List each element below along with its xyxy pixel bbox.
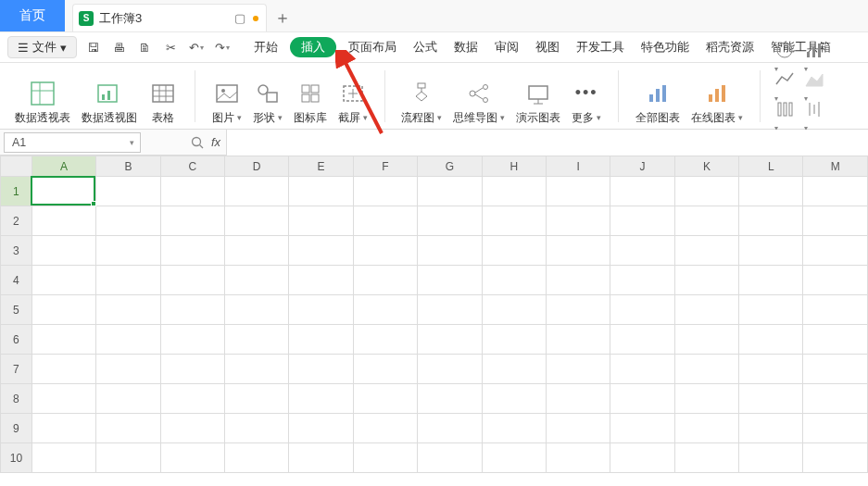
menu-item-开始[interactable]: 开始	[245, 31, 286, 63]
row-header-8[interactable]: 8	[1, 384, 32, 414]
menu-item-视图[interactable]: 视图	[527, 31, 568, 63]
cell-H7[interactable]	[482, 355, 546, 384]
cell-L5[interactable]	[739, 295, 803, 325]
tab-maximize-icon[interactable]: ▢	[234, 13, 245, 24]
select-all-corner[interactable]	[1, 156, 32, 177]
cell-J10[interactable]	[610, 443, 674, 473]
col-header-A[interactable]: A	[31, 156, 95, 177]
cell-J6[interactable]	[610, 325, 674, 355]
cell-J5[interactable]	[610, 295, 674, 325]
cell-M9[interactable]	[803, 414, 868, 443]
document-tab[interactable]: S 工作簿3 ▢	[72, 4, 267, 31]
cell-K5[interactable]	[674, 295, 738, 325]
cell-D8[interactable]	[224, 384, 288, 414]
cell-K4[interactable]	[674, 266, 738, 295]
cell-I3[interactable]	[546, 236, 610, 266]
spreadsheet-grid[interactable]: ABCDEFGHIJKLM12345678910	[0, 156, 868, 486]
add-tab-button[interactable]: ＋	[267, 4, 298, 31]
cell-K3[interactable]	[674, 236, 738, 266]
row-header-10[interactable]: 10	[1, 443, 32, 473]
preview-icon[interactable]: 🗎	[136, 39, 153, 56]
cell-F9[interactable]	[353, 414, 417, 443]
cell-M6[interactable]	[803, 325, 868, 355]
cell-M1[interactable]	[803, 177, 868, 206]
cell-E10[interactable]	[289, 443, 353, 473]
cell-I5[interactable]	[546, 295, 610, 325]
cell-G3[interactable]	[418, 236, 482, 266]
table-button[interactable]: 表格	[146, 79, 180, 126]
cell-J4[interactable]	[610, 266, 674, 295]
cell-C8[interactable]	[160, 384, 224, 414]
file-menu-button[interactable]: ☰ 文件 ▾	[7, 36, 77, 58]
col-header-J[interactable]: J	[610, 156, 674, 177]
col-header-E[interactable]: E	[289, 156, 353, 177]
cell-K6[interactable]	[674, 325, 738, 355]
cell-G9[interactable]	[418, 414, 482, 443]
cell-L8[interactable]	[739, 384, 803, 414]
cell-H10[interactable]	[482, 443, 546, 473]
menu-item-特色功能[interactable]: 特色功能	[633, 31, 698, 63]
cell-L10[interactable]	[739, 443, 803, 473]
cell-G4[interactable]	[418, 266, 482, 295]
cell-J2[interactable]	[610, 206, 674, 236]
cell-E3[interactable]	[289, 236, 353, 266]
cell-D3[interactable]	[224, 236, 288, 266]
cell-M2[interactable]	[803, 206, 868, 236]
cell-D2[interactable]	[224, 206, 288, 236]
col-header-D[interactable]: D	[224, 156, 288, 177]
cell-M10[interactable]	[803, 443, 868, 473]
pivot-table-button[interactable]: 数据透视表	[13, 79, 72, 126]
cell-I4[interactable]	[546, 266, 610, 295]
pivot-chart-button[interactable]: 数据透视图	[80, 79, 139, 126]
cell-D5[interactable]	[224, 295, 288, 325]
cell-J1[interactable]	[610, 177, 674, 206]
mindmap-button[interactable]: 思维导图	[451, 79, 507, 126]
cell-I7[interactable]	[546, 355, 610, 384]
cell-F6[interactable]	[353, 325, 417, 355]
more-button[interactable]: ••• 更多	[570, 79, 603, 126]
cell-I9[interactable]	[546, 414, 610, 443]
cell-H8[interactable]	[482, 384, 546, 414]
cell-B10[interactable]	[96, 443, 160, 473]
cell-B2[interactable]	[96, 206, 160, 236]
cell-B3[interactable]	[96, 236, 160, 266]
cell-L1[interactable]	[739, 177, 803, 206]
row-header-6[interactable]: 6	[1, 325, 32, 355]
cell-L7[interactable]	[739, 355, 803, 384]
cell-A7[interactable]	[31, 355, 95, 384]
col-header-H[interactable]: H	[482, 156, 546, 177]
col-header-M[interactable]: M	[803, 156, 868, 177]
cell-G7[interactable]	[418, 355, 482, 384]
menu-item-开发工具[interactable]: 开发工具	[568, 31, 633, 63]
row-header-7[interactable]: 7	[1, 355, 32, 384]
col-header-G[interactable]: G	[418, 156, 482, 177]
cell-F7[interactable]	[353, 355, 417, 384]
cell-B4[interactable]	[96, 266, 160, 295]
cell-B8[interactable]	[96, 384, 160, 414]
col-header-K[interactable]: K	[674, 156, 738, 177]
row-header-1[interactable]: 1	[1, 177, 32, 206]
online-chart-button[interactable]: 在线图表	[689, 79, 745, 126]
row-header-2[interactable]: 2	[1, 206, 32, 236]
screenshot-button[interactable]: 截屏	[336, 79, 370, 126]
cell-L3[interactable]	[739, 236, 803, 266]
cell-A8[interactable]	[31, 384, 95, 414]
search-icon[interactable]	[189, 134, 206, 151]
cell-H2[interactable]	[482, 206, 546, 236]
cell-F5[interactable]	[353, 295, 417, 325]
cell-G6[interactable]	[418, 325, 482, 355]
cell-J9[interactable]	[610, 414, 674, 443]
cell-C1[interactable]	[160, 177, 224, 206]
cell-H9[interactable]	[482, 414, 546, 443]
cell-F3[interactable]	[353, 236, 417, 266]
cell-I10[interactable]	[546, 443, 610, 473]
cell-C9[interactable]	[160, 414, 224, 443]
bar-chart-icon[interactable]: ▾	[804, 40, 828, 64]
cell-B6[interactable]	[96, 325, 160, 355]
cell-H4[interactable]	[482, 266, 546, 295]
shapes-button[interactable]: 形状	[251, 79, 284, 126]
cell-E9[interactable]	[289, 414, 353, 443]
cell-I8[interactable]	[546, 384, 610, 414]
flowchart-button[interactable]: 流程图	[399, 79, 444, 126]
cell-E1[interactable]	[289, 177, 353, 206]
